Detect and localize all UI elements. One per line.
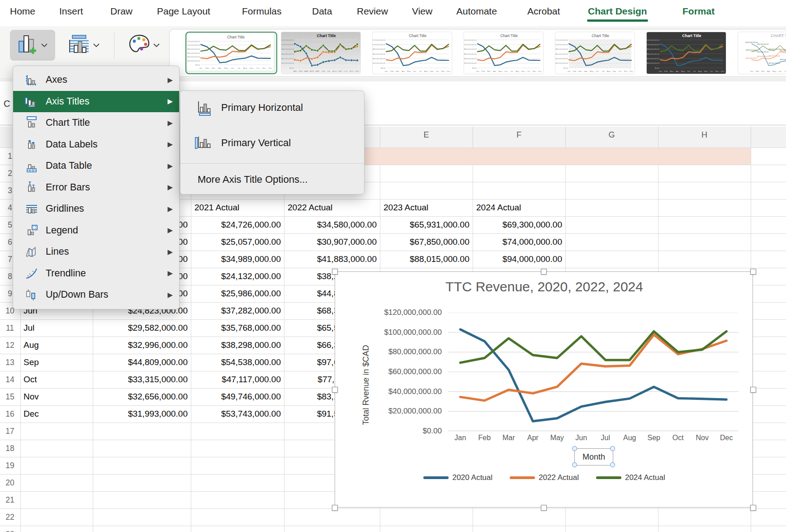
tab-format[interactable]: Format — [682, 6, 715, 17]
x-axis-title-textbox[interactable]: Month — [574, 448, 613, 466]
submenu-item-label: More Axis Title Options... — [198, 174, 364, 185]
value-cell: $31,993,000.00 — [96, 405, 188, 423]
submenu-item-primary-horizontal[interactable]: Primary Horizontal — [180, 95, 364, 120]
chart-selection-handle[interactable] — [332, 269, 338, 275]
change-colors-button[interactable] — [120, 30, 167, 61]
column-header-F[interactable]: F — [473, 130, 565, 140]
row-header-18[interactable]: 18 — [0, 440, 20, 457]
column-header-E[interactable]: E — [380, 130, 473, 140]
chart-selection-handle[interactable] — [750, 505, 756, 511]
menu-item-gridlines[interactable]: Gridlines▶ — [13, 198, 179, 220]
row-header-11[interactable]: 11 — [0, 319, 20, 337]
legend-label: 2020 Actual — [452, 473, 492, 482]
svg-text:Apr: Apr — [676, 70, 679, 72]
add-chart-element-button[interactable] — [10, 30, 55, 61]
svg-text:JAN: JAN — [293, 70, 297, 72]
name-box[interactable]: C — [4, 99, 10, 109]
row-header-19[interactable]: 19 — [0, 457, 20, 474]
menu-item-legend[interactable]: Legend▶ — [13, 220, 179, 242]
column-header-G[interactable]: G — [565, 130, 658, 140]
column-header-H[interactable]: H — [658, 130, 751, 140]
row-header-12[interactable]: 12 — [0, 337, 20, 354]
svg-text:Jun: Jun — [596, 70, 599, 72]
textbox-handle[interactable] — [572, 446, 577, 451]
chart-selection-handle[interactable] — [541, 269, 547, 275]
svg-text:Nov: Nov — [441, 70, 445, 72]
chevron-down-icon — [93, 41, 99, 49]
quick-layout-button[interactable] — [61, 30, 108, 61]
textbox-handle[interactable] — [572, 462, 577, 467]
submenu-arrow-icon: ▶ — [167, 119, 173, 127]
svg-text:SEP: SEP — [338, 70, 342, 72]
svg-text:Jun: Jun — [413, 70, 417, 72]
tab-insert[interactable]: Insert — [59, 6, 83, 17]
chart-style-thumbnail-3[interactable]: Chart Title$0.00$20,000,000.00$40,000,00… — [372, 32, 452, 74]
chart-selection-handle[interactable] — [750, 387, 756, 393]
svg-text:$103,000,000.00: $103,000,000.00 — [746, 42, 758, 43]
legend-item-2022-actual[interactable]: 2022 Actual — [510, 473, 579, 482]
row-header-16[interactable]: 16 — [0, 405, 20, 423]
chart-selection-handle[interactable] — [332, 505, 338, 511]
tab-draw[interactable]: Draw — [110, 6, 133, 17]
tab-page-layout[interactable]: Page Layout — [157, 6, 210, 17]
tab-chart-design[interactable]: Chart Design — [588, 6, 647, 17]
svg-text:$60,000,000.00: $60,000,000.00 — [464, 53, 477, 55]
submenu-item-primary-vertical[interactable]: Primary Vertical — [180, 130, 364, 156]
svg-text:$42,000,000.00: $42,000,000.00 — [758, 56, 769, 57]
y-tick-label: $60,000,000.00 — [344, 367, 442, 376]
legend-item-2024-actual[interactable]: 2024 Actual — [596, 473, 665, 482]
textbox-handle[interactable] — [610, 446, 615, 451]
tab-acrobat[interactable]: Acrobat — [527, 6, 560, 17]
chart-style-thumbnail-6[interactable]: Chart Title$0.00$20,000,000.00$40,000,00… — [646, 32, 726, 74]
menu-item-axis-titles[interactable]: Axis Titles▶ — [13, 91, 179, 113]
menu-item-axes[interactable]: Axes▶ — [13, 69, 179, 91]
menu-item-error-bars[interactable]: Error Bars▶ — [13, 177, 179, 199]
menu-item-chart-title[interactable]: Chart Title▶ — [13, 112, 179, 134]
textbox-handle[interactable] — [610, 462, 615, 467]
value-cell: $88,015,000.00 — [383, 251, 469, 268]
tab-review[interactable]: Review — [357, 6, 388, 17]
chart-style-thumbnail-4[interactable]: Chart Title$0.00$20,000,000.00$40,000,00… — [464, 32, 544, 74]
menu-item-data-labels[interactable]: Data Labels▶ — [13, 134, 179, 156]
row-header-15[interactable]: 15 — [0, 388, 20, 405]
svg-text:$20,000,000.00: $20,000,000.00 — [555, 62, 568, 64]
tab-data[interactable]: Data — [312, 6, 332, 17]
tab-view[interactable]: View — [412, 6, 432, 17]
row-header-21[interactable]: 21 — [0, 491, 20, 508]
row-header-17[interactable]: 17 — [0, 423, 20, 440]
menu-item-trendline[interactable]: Trendline▶ — [13, 263, 179, 285]
y-tick-label: $80,000,000.00 — [344, 347, 442, 356]
svg-text:Jul: Jul — [784, 70, 786, 72]
submenu-item-more-axis-title-options[interactable]: More Axis Title Options... — [180, 169, 364, 190]
tab-automate[interactable]: Automate — [456, 6, 497, 17]
month-cell: Dec — [24, 405, 78, 423]
x-axis-title-text: Month — [582, 452, 605, 462]
chart-style-thumbnail-7[interactable]: CHART TITLEJanFebMarAprMayJunJulAugSepOc… — [738, 32, 786, 74]
chart-selection-handle[interactable] — [750, 269, 756, 275]
menu-item-up-down-bars[interactable]: Up/Down Bars▶ — [13, 284, 179, 306]
chart-title[interactable]: TTC Revenue, 2020, 2022, 2024 — [335, 279, 753, 294]
tab-home[interactable]: Home — [10, 6, 35, 17]
chart-selection-handle[interactable] — [332, 387, 338, 393]
row-header-20[interactable]: 20 — [0, 474, 20, 491]
selected-chart[interactable]: TTC Revenue, 2020, 2022, 2024 Total Rven… — [335, 271, 753, 508]
svg-text:Jul: Jul — [419, 70, 421, 72]
chart-legend[interactable]: 2020 Actual2022 Actual2024 Actual — [335, 473, 753, 482]
chart-style-thumbnail-1[interactable]: Chart Title$0.00$20,000,000.00$40,000,00… — [185, 32, 277, 74]
svg-text:Chart Title: Chart Title — [227, 35, 245, 39]
svg-text:$69,000,000.00: $69,000,000.00 — [746, 49, 758, 51]
chart-style-thumbnail-5[interactable]: Chart Title$0.00$20,000,000.00$40,000,00… — [555, 32, 635, 74]
row-header-22[interactable]: 22 — [0, 508, 20, 526]
chart-selection-handle[interactable] — [541, 505, 547, 511]
chart-styles-gallery: Chart Title$0.00$20,000,000.00$40,000,00… — [169, 29, 786, 77]
svg-text:Aug: Aug — [243, 67, 247, 69]
row-header-14[interactable]: 14 — [0, 371, 20, 388]
row-header-13[interactable]: 13 — [0, 354, 20, 371]
row-header-23[interactable]: 23 — [0, 526, 20, 532]
menu-item-data-table[interactable]: Data Table▶ — [13, 155, 179, 177]
chart-style-thumbnail-2[interactable]: Chart Title$0.00$20,000,000.00$40,000,00… — [281, 32, 361, 74]
menu-item-lines[interactable]: Lines▶ — [13, 241, 179, 263]
ribbon-separator — [114, 33, 114, 59]
tab-formulas[interactable]: Formulas — [242, 6, 282, 17]
legend-item-2020-actual[interactable]: 2020 Actual — [423, 473, 492, 482]
